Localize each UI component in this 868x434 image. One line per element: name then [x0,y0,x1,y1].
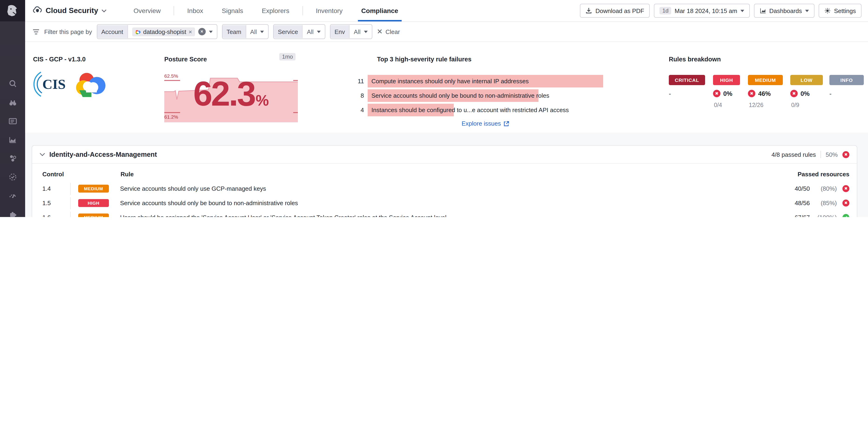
gauge-icon[interactable] [3,186,22,205]
tab-signals[interactable]: Signals [213,0,252,22]
chevron-down-icon [39,153,45,156]
integrations-icon[interactable] [3,205,22,217]
rules-breakdown-title: Rules breakdown [669,56,721,63]
failure-count: 8 [352,92,364,99]
search-icon[interactable] [3,74,22,93]
breakdown-high: HIGH✖0%0/4 [713,75,740,108]
section-title: Identity-and-Access-Management [49,151,157,158]
posture-range-badge: 1mo [279,53,296,61]
col-header-control: Control [42,170,71,177]
pct-cell: (85%) [815,200,837,206]
caret-down-icon [741,9,744,12]
breakdown-value: ✖46% [748,89,783,98]
breakdown-fraction: 12/26 [748,102,783,108]
product-title: Cloud Security [45,6,98,15]
clear-account-filter-icon[interactable]: × [198,28,206,35]
section-status-icon: ✖ [842,151,849,158]
breakdown-value: - [829,89,864,98]
posture-score-value: 62.3% [164,77,298,111]
tab-inventory[interactable]: Inventory [307,0,352,22]
framework-title: CIS - GCP - v1.3.0 [33,56,86,63]
service-filter[interactable]: Service All [273,24,325,39]
clear-filters-button[interactable]: ✕Clear [377,28,400,36]
breakdown-value: - [669,89,705,98]
column-divider [70,182,71,195]
filter-bar: Filter this page by Account datadog-shop… [25,22,868,42]
column-divider [70,197,71,209]
table-row[interactable]: 1.4MEDIUMService accounts should only us… [42,181,849,196]
env-filter[interactable]: Env All [330,24,372,39]
compliance-sections: Identity-and-Access-Management4/8 passed… [25,133,868,217]
table-header: ControlRulePassed resources [42,167,849,181]
cloud-security-icon [33,6,42,15]
binoculars-icon[interactable] [3,93,22,112]
app-sidebar: ? [0,0,25,217]
status-icon: ✖ [842,185,849,192]
rule-cell: Users should be assigned the 'Service Ac… [120,214,446,217]
account-filter[interactable]: Account datadog-shopist × × [97,24,217,39]
team-filter-value: All [250,28,257,35]
navbar-actions: Download as PDF 1d Mar 18 2024, 10:15 am… [580,4,862,18]
hostmap-icon[interactable] [3,149,22,167]
col-header-passed: Passed resources [798,170,849,177]
external-link-icon [504,121,509,126]
severity-badge: MEDIUM [78,213,109,217]
sidebar-icon-list [0,74,25,217]
failure-count: 11 [352,78,364,85]
tab-overview[interactable]: Overview [124,0,170,22]
gear-icon [824,7,831,14]
severity-badge: CRITICAL [669,75,705,85]
remove-account-chip-icon[interactable]: × [188,28,192,35]
severity-badge: INFO [829,75,864,85]
dashboards-button[interactable]: Dashboards [754,4,814,18]
time-range-label: Mar 18 2024, 10:15 am [675,7,737,14]
severity-badge: MEDIUM [748,75,783,85]
close-icon: ✕ [377,28,382,36]
posture-score-title: Posture Score [164,56,207,63]
time-range-picker[interactable]: 1d Mar 18 2024, 10:15 am [654,4,750,18]
ci-check-icon[interactable] [3,167,22,186]
tab-inbox[interactable]: Inbox [178,0,213,22]
list-icon[interactable] [3,112,22,130]
failure-count: 4 [352,106,364,113]
top-failures-title: Top 3 high-severity rule failures [377,56,471,63]
download-pdf-button[interactable]: Download as PDF [580,4,650,18]
failure-rule-label: Service accounts should only be bound to… [368,89,603,102]
caret-down-icon [209,30,213,33]
section-header[interactable]: Identity-and-Access-Management4/8 passed… [32,145,857,164]
table-row[interactable]: 1.6MEDIUMUsers should be assigned the 'S… [42,210,849,217]
failure-rule-label: Compute instances should only have inter… [368,74,603,88]
product-switcher[interactable]: Cloud Security [33,6,106,15]
fail-icon: ✖ [790,90,798,97]
breakdown-low: LOW✖0%0/9 [790,75,823,108]
filter-icon [33,29,39,35]
passed-cell: 48/56 [786,200,810,206]
divider [820,151,821,158]
tab-divider [174,6,174,15]
severity-badge: HIGH [713,75,740,85]
env-filter-value: All [354,28,361,35]
account-filter-label: Account [97,25,128,38]
tab-explorers[interactable]: Explorers [252,0,299,22]
timeseries-icon[interactable] [3,130,22,149]
failure-bar-row[interactable]: 11Compute instances should only have int… [352,74,603,88]
failure-bar-row[interactable]: 4Instances should be configured to u...e… [352,103,603,117]
download-icon [586,7,592,14]
account-filter-chip[interactable]: datadog-shopist × [132,27,195,36]
datadog-logo[interactable] [0,0,25,22]
col-header-rule: Rule [121,170,133,177]
breakdown-info: INFO- [829,75,864,102]
failure-bar-row[interactable]: 8Service accounts should only be bound t… [352,89,603,102]
table-row[interactable]: 1.5HIGHService accounts should only be b… [42,196,849,210]
caret-down-icon [317,30,321,33]
severity-badge: MEDIUM [78,185,109,193]
settings-button[interactable]: Settings [819,4,862,18]
google-cloud-logo [74,71,107,98]
team-filter[interactable]: Team All [222,24,269,39]
cis-logo-arcs [33,71,42,98]
framework-logos: CIS [33,71,107,98]
explore-issues-link[interactable]: Explore issues [368,120,603,127]
caret-down-icon [260,30,264,33]
tab-compliance[interactable]: Compliance [352,0,407,22]
control-cell: 1.4 [42,185,70,192]
